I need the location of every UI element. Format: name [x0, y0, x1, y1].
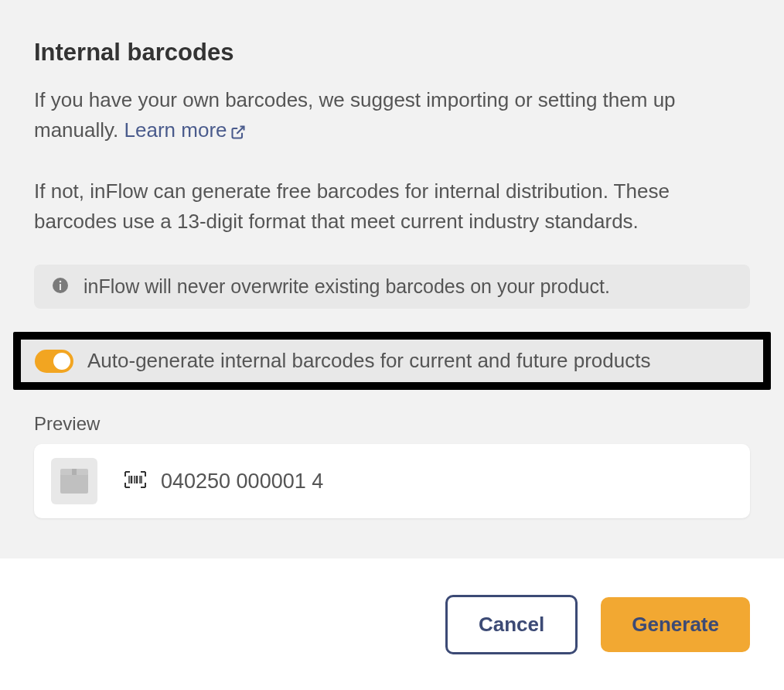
- svg-line-0: [237, 127, 244, 134]
- barcode-number: 040250 000001 4: [161, 470, 323, 494]
- external-link-icon: [230, 118, 246, 149]
- cancel-button[interactable]: Cancel: [445, 595, 578, 654]
- preview-label: Preview: [34, 413, 750, 435]
- footer-area: Cancel Generate: [0, 558, 784, 690]
- content-area: Internal barcodes If you have your own b…: [0, 0, 784, 558]
- toggle-label: Auto-generate internal barcodes for curr…: [87, 349, 650, 373]
- svg-point-3: [60, 280, 62, 282]
- learn-more-link[interactable]: Learn more: [124, 118, 246, 142]
- auto-generate-toggle[interactable]: [35, 350, 73, 373]
- description-paragraph-2: If not, inFlow can generate free barcode…: [34, 176, 750, 237]
- svg-rect-2: [60, 284, 61, 290]
- info-box: inFlow will never overwrite existing bar…: [34, 265, 750, 309]
- barcode-row: 040250 000001 4: [124, 470, 323, 494]
- info-text: inFlow will never overwrite existing bar…: [84, 275, 610, 298]
- svg-rect-4: [60, 473, 88, 494]
- product-icon: [51, 458, 97, 504]
- highlight-box: Auto-generate internal barcodes for curr…: [13, 332, 771, 390]
- description-paragraph-1: If you have your own barcodes, we sugges…: [34, 85, 750, 149]
- section-title: Internal barcodes: [34, 39, 750, 67]
- barcode-icon: [124, 470, 147, 492]
- learn-more-label: Learn more: [124, 118, 227, 142]
- toggle-knob: [53, 353, 70, 370]
- svg-rect-6: [72, 469, 77, 475]
- info-icon: [51, 276, 70, 298]
- preview-card: 040250 000001 4: [34, 444, 750, 518]
- generate-button[interactable]: Generate: [601, 597, 750, 652]
